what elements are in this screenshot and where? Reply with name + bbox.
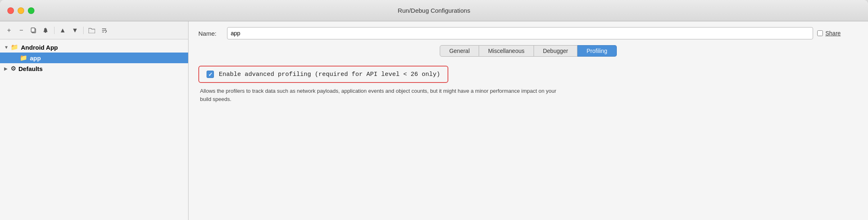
sidebar-toolbar: + − ▲ ▼ — [0, 21, 188, 39]
profiling-content: Enable advanced profiling (required for … — [189, 60, 868, 220]
window-title: Run/Debug Configurations — [398, 7, 470, 14]
tab-profiling[interactable]: Profiling — [577, 45, 617, 57]
separator-2 — [83, 27, 84, 34]
app-item[interactable]: 📁 app — [0, 53, 188, 63]
arrow-down-button[interactable]: ▼ — [70, 25, 80, 35]
arrow-up-button[interactable]: ▲ — [58, 25, 68, 35]
name-label: Name: — [198, 30, 223, 37]
copy-button[interactable] — [29, 25, 39, 35]
tabs-row: General Miscellaneous Debugger Profiling — [189, 44, 868, 60]
defaults-item[interactable]: ▶ ⚙ Defaults — [0, 63, 188, 74]
main-window: Run/Debug Configurations + − — [0, 0, 868, 220]
main-panel: Name: Share General Miscellaneous Debugg… — [189, 21, 868, 220]
advanced-profiling-checkbox[interactable] — [207, 71, 214, 78]
sort-button[interactable] — [99, 25, 109, 35]
tab-miscellaneous[interactable]: Miscellaneous — [479, 45, 534, 57]
maximize-button[interactable] — [28, 7, 34, 14]
settings-button[interactable] — [41, 25, 51, 35]
android-app-label: Android App — [21, 44, 58, 51]
defaults-icon: ⚙ — [11, 65, 16, 72]
app-label: app — [30, 55, 41, 62]
advanced-profiling-label: Enable advanced profiling (required for … — [219, 71, 440, 78]
content-area: + − ▲ ▼ — [0, 21, 868, 220]
defaults-label: Defaults — [18, 65, 43, 72]
share-checkbox[interactable] — [817, 30, 823, 36]
advanced-profiling-box: Enable advanced profiling (required for … — [198, 66, 448, 83]
name-input[interactable] — [227, 27, 813, 39]
remove-button[interactable]: − — [16, 25, 26, 35]
android-folder-icon: 📁 — [11, 44, 18, 51]
separator-1 — [54, 27, 55, 34]
add-button[interactable]: + — [4, 25, 14, 35]
config-tree: ▼ 📁 Android App 📁 app ▶ ⚙ Defaults — [0, 39, 188, 76]
expand-arrow-android: ▼ — [4, 45, 11, 50]
tab-general[interactable]: General — [440, 45, 479, 57]
share-label: Share — [825, 30, 841, 37]
svg-rect-1 — [31, 28, 35, 32]
sidebar: + − ▲ ▼ — [0, 21, 189, 220]
title-bar: Run/Debug Configurations — [0, 0, 868, 21]
name-row: Name: Share — [189, 21, 868, 44]
profiling-description: Allows the profilers to track data such … — [198, 87, 567, 103]
tab-debugger[interactable]: Debugger — [534, 45, 578, 57]
folder-button[interactable] — [87, 25, 97, 35]
share-area: Share — [817, 30, 858, 37]
android-app-group[interactable]: ▼ 📁 Android App — [0, 42, 188, 53]
close-button[interactable] — [7, 7, 14, 14]
traffic-lights — [7, 7, 34, 14]
minimize-button[interactable] — [18, 7, 24, 14]
app-folder-icon: 📁 — [20, 54, 27, 62]
expand-arrow-defaults: ▶ — [4, 66, 11, 71]
